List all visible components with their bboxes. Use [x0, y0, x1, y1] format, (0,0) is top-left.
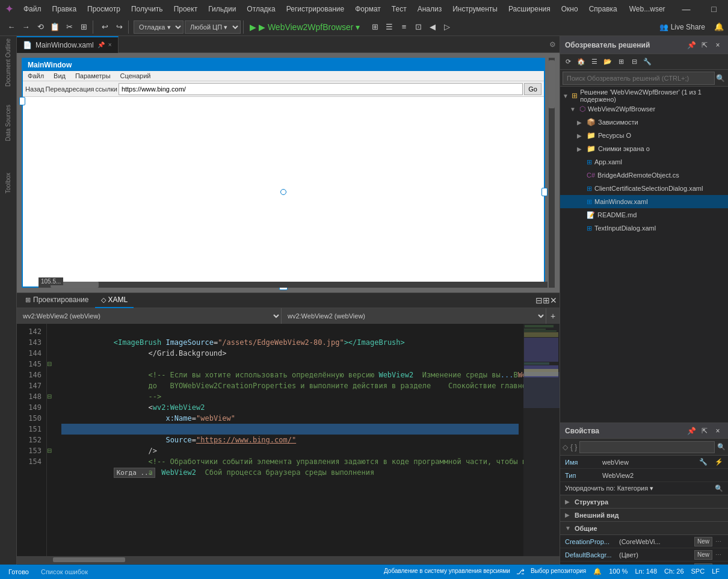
toolbar-icon-3[interactable]: ≡ [397, 20, 410, 34]
left-selector[interactable]: wv2:WebView2 (webView) [17, 308, 282, 324]
handle-center[interactable] [280, 189, 286, 195]
add-handler-button[interactable]: + [546, 308, 560, 324]
se-item-textinput[interactable]: ⊞ TextInputDialog.xaml [560, 221, 728, 235]
menu-file[interactable]: Файл [19, 4, 46, 14]
props-search-right-icon[interactable]: 🔍 [715, 485, 723, 492]
se-item-bridge[interactable]: C# BridgeAddRemoteObject.cs [560, 169, 728, 182]
se-solution-item[interactable]: ▼ ⊞ Решение 'WebView2WpfBrowser' (1 из 1… [560, 89, 728, 102]
go-button[interactable]: Go [524, 83, 541, 95]
se-pin-button[interactable]: 📌 [686, 40, 697, 51]
menu-edit[interactable]: Правка [48, 4, 82, 14]
se-btn-6[interactable]: ⊟ [628, 55, 641, 69]
status-bell-icon[interactable]: 🔔 [590, 568, 605, 576]
minimap-viewport[interactable] [523, 372, 560, 408]
designer-menu-scenario[interactable]: Сценарий [116, 71, 156, 81]
se-btn-3[interactable]: ☰ [588, 55, 601, 69]
code-hscroll[interactable] [17, 556, 560, 563]
fold-btn-153[interactable]: ⊟ [47, 445, 57, 456]
expand-view-button[interactable]: ⊞ [543, 296, 550, 305]
props-bolt-icon[interactable]: ⚡ [715, 458, 723, 466]
undo-button[interactable]: ↩ [98, 20, 111, 34]
menu-analyze[interactable]: Анализ [413, 4, 447, 14]
sidebar-tab-datasources[interactable]: Data Sources [1, 99, 16, 147]
tab-xaml[interactable]: ◇ XAML [95, 293, 134, 308]
se-expand-button[interactable]: ⇱ [699, 40, 710, 51]
se-item-clientcert[interactable]: ⊞ ClientCertificateSelectionDialog.xaml [560, 182, 728, 195]
status-git-add[interactable]: Добавление в систему управления версиями [380, 568, 514, 576]
menu-project[interactable]: Проект [169, 4, 203, 14]
liveshare-button[interactable]: 👥 Live Share [655, 22, 710, 33]
status-zoom[interactable]: 100 % [605, 568, 631, 576]
props-wrench-icon[interactable]: 🔧 [699, 458, 708, 466]
designer-vscroll[interactable] [549, 58, 555, 288]
toolbar-icon-6[interactable]: ▷ [440, 20, 454, 34]
forward-button[interactable]: → [19, 20, 32, 34]
defaultbg-dots-button[interactable]: ⋯ [714, 550, 723, 560]
se-project-item[interactable]: ▼ ⬡ WebView2WpfBrowser [560, 102, 728, 116]
right-selector[interactable]: wv2:WebView2 (webView) [282, 308, 546, 324]
props-pin-button[interactable]: 📌 [686, 426, 697, 436]
debug-config-select[interactable]: Отладка ▾ [134, 20, 184, 34]
se-btn-7[interactable]: 🔧 [641, 55, 654, 69]
url-input[interactable] [119, 83, 523, 95]
se-item-deps[interactable]: ▶ 📦 Зависимости [560, 116, 728, 129]
props-close-button[interactable]: × [712, 426, 723, 436]
tab-design[interactable]: ⊞ Проектирование [19, 293, 95, 308]
menu-format[interactable]: Формат [350, 4, 386, 14]
collapse-view-button[interactable]: ✕ [550, 296, 557, 305]
props-expand-button[interactable]: ⇱ [699, 426, 710, 436]
creationprop-new-button[interactable]: New [694, 537, 712, 546]
menu-guilds[interactable]: Гильдии [203, 4, 241, 14]
fold-btn-148[interactable]: ⊟ [47, 391, 57, 402]
file-tab-mainwindow[interactable]: 📄 MainWindow.xaml 📌 × [17, 36, 119, 53]
menu-tools[interactable]: Инструменты [448, 4, 502, 14]
fold-btn-145[interactable]: ⊟ [47, 359, 57, 370]
se-item-screenshots[interactable]: ▶ 📁 Снимки экрана о [560, 142, 728, 155]
toolbar-btn-2[interactable]: 📋 [48, 20, 61, 34]
se-btn-5[interactable]: ⊞ [614, 55, 628, 69]
toolbar-icon-1[interactable]: ⊞ [368, 20, 381, 34]
designer-hscroll[interactable] [39, 282, 548, 288]
code-content[interactable]: <ImageBrush ImageSource="/assets/EdgeWeb… [57, 324, 523, 556]
menu-view[interactable]: Просмотр [82, 4, 125, 14]
menu-extensions[interactable]: Расширения [504, 4, 555, 14]
se-btn-2[interactable]: 🏠 [575, 55, 588, 69]
menu-test[interactable]: Тест [387, 4, 412, 14]
split-view-button[interactable]: ⊟ [535, 296, 543, 305]
handle-top-left[interactable] [19, 97, 25, 105]
se-item-readme[interactable]: 📝 README.md [560, 208, 728, 221]
run-button[interactable]: ▶ ▶ WebView2WpfBrowser ▾ [246, 21, 363, 33]
status-errors[interactable]: Список ошибок [37, 568, 91, 575]
tab-gear-icon[interactable]: ⚙ [546, 40, 560, 49]
menu-register[interactable]: Регистрирование [282, 4, 349, 14]
sidebar-tab-outline[interactable]: Document Outline [1, 39, 16, 87]
props-section-general[interactable]: ▼ Общие [560, 522, 728, 535]
redo-button[interactable]: ↪ [113, 20, 126, 34]
tab-close-button[interactable]: × [108, 42, 112, 48]
platform-select[interactable]: Любой ЦП ▾ [185, 20, 241, 34]
back-button[interactable]: ← [5, 20, 18, 34]
designer-menu-file[interactable]: Файл [23, 71, 49, 81]
menu-debug[interactable]: Отладка [242, 4, 280, 14]
se-btn-1[interactable]: ⟳ [561, 55, 575, 69]
props-sort-label[interactable]: Упорядочить по: Категория ▾ [565, 485, 653, 492]
props-search-input[interactable] [579, 441, 715, 453]
minimize-button[interactable]: — [673, 0, 700, 18]
handle-right-mid[interactable] [541, 188, 548, 196]
toolbar-btn-1[interactable]: ⟲ [34, 20, 47, 34]
se-item-resources[interactable]: ▶ 📁 Ресурсы О [560, 129, 728, 142]
toolbar-btn-3[interactable]: ✂ [63, 20, 76, 34]
creationprop-dots-button[interactable]: ⋯ [714, 537, 723, 546]
se-btn-4[interactable]: 📂 [601, 55, 614, 69]
toolbar-icon-4[interactable]: ⊡ [412, 20, 425, 34]
menu-window[interactable]: Окно [557, 4, 583, 14]
menu-get[interactable]: Получить [126, 4, 168, 14]
designer-menu-view[interactable]: Вид [49, 71, 70, 81]
status-git-repo[interactable]: Выбор репозитория [527, 568, 590, 576]
toolbar-icon-2[interactable]: ☰ [383, 20, 396, 34]
se-search-input[interactable] [563, 72, 715, 85]
sidebar-tab-toolbox[interactable]: Toolbox [1, 159, 16, 207]
props-section-externalview[interactable]: ▶ Внешний вид [560, 509, 728, 522]
props-section-structure[interactable]: ▶ Структура [560, 495, 728, 509]
toolbar-icon-5[interactable]: ◀ [426, 20, 439, 34]
